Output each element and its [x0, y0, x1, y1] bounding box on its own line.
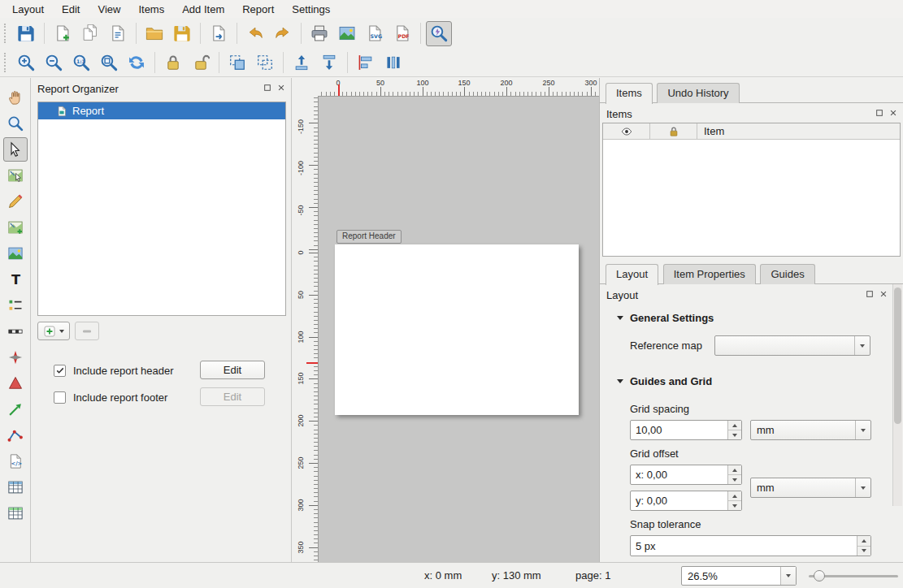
lock-items-button[interactable]	[160, 50, 186, 76]
add-items-from-template-button[interactable]	[141, 21, 167, 46]
zoom-actual-button[interactable]: 1:1	[68, 50, 94, 76]
tab-undo-history[interactable]: Undo History	[657, 83, 739, 103]
add-node-item-button[interactable]	[3, 423, 28, 447]
tab-layout[interactable]: Layout	[606, 264, 658, 285]
tab-items[interactable]: Items	[606, 83, 653, 104]
guides-and-grid-group[interactable]: Guides and Grid	[617, 375, 712, 387]
menu-report[interactable]: Report	[233, 2, 283, 17]
raise-items-button[interactable]	[289, 50, 315, 76]
refresh-view-button[interactable]	[124, 50, 150, 76]
panel-float-button[interactable]	[262, 82, 272, 93]
add-picture-button[interactable]	[3, 241, 28, 266]
zoom-in-button[interactable]	[13, 50, 39, 76]
reference-map-combo[interactable]	[714, 335, 870, 356]
panel-close-button[interactable]	[276, 82, 286, 93]
zoom-slider-thumb[interactable]	[814, 570, 825, 582]
add-attribute-table-button[interactable]	[3, 475, 28, 499]
items-table[interactable]: Item	[602, 123, 901, 257]
general-settings-group[interactable]: General Settings	[617, 312, 714, 324]
align-items-button[interactable]	[353, 50, 379, 76]
combo-arrow-icon[interactable]	[780, 567, 796, 585]
menu-view[interactable]: View	[89, 2, 129, 17]
tab-guides[interactable]: Guides	[760, 264, 814, 284]
save-as-template-button[interactable]	[169, 21, 195, 46]
spin-up-button[interactable]	[728, 491, 741, 500]
zoom-level-combo[interactable]: 26.5%	[681, 566, 797, 586]
spin-down-button[interactable]	[857, 546, 870, 556]
lock-column-header[interactable]	[650, 123, 697, 139]
zoom-level-value[interactable]: 26.5%	[682, 567, 780, 585]
save-project-button[interactable]	[13, 21, 39, 46]
tab-item-properties[interactable]: Item Properties	[663, 264, 756, 284]
export-as-template-button[interactable]	[206, 21, 232, 46]
spin-down-button[interactable]	[728, 474, 741, 484]
distribute-items-button[interactable]	[380, 50, 406, 76]
grid-offset-x-spinbox[interactable]: x: 0,00	[630, 465, 742, 485]
grid-offset-unit-combo[interactable]: mm	[750, 478, 871, 498]
select-move-item-button[interactable]	[3, 137, 28, 162]
scrollbar-thumb[interactable]	[894, 288, 901, 424]
include-report-header-checkbox[interactable]	[54, 365, 66, 377]
undo-button[interactable]	[242, 21, 268, 46]
item-column-header[interactable]: Item	[697, 123, 900, 139]
add-arrow-button[interactable]	[3, 397, 28, 422]
menu-add-item[interactable]: Add Item	[173, 2, 233, 17]
toolbar-drag-handle[interactable]	[4, 53, 7, 72]
menu-edit[interactable]: Edit	[53, 2, 89, 17]
layout-panel-scrollbar[interactable]	[892, 284, 902, 506]
layout-manager-button[interactable]	[105, 21, 131, 46]
menu-layout[interactable]: Layout	[3, 2, 53, 17]
add-scalebar-button[interactable]	[3, 319, 28, 344]
remove-section-button[interactable]	[75, 322, 99, 340]
add-fixed-table-button[interactable]	[3, 501, 28, 525]
zoom-tool-button[interactable]	[3, 111, 28, 136]
zoom-full-button[interactable]	[96, 50, 122, 76]
export-as-pdf-button[interactable]: PDF	[389, 21, 415, 46]
visibility-column-header[interactable]	[603, 123, 650, 139]
panel-close-button[interactable]	[878, 288, 888, 299]
add-label-button[interactable]: T	[3, 267, 28, 292]
spin-up-button[interactable]	[857, 536, 870, 546]
edit-header-button[interactable]: Edit	[200, 361, 265, 379]
add-html-button[interactable]: </>	[3, 449, 28, 473]
spin-up-button[interactable]	[728, 421, 741, 430]
lower-items-button[interactable]	[316, 50, 342, 76]
add-north-arrow-button[interactable]	[3, 345, 28, 370]
horizontal-ruler[interactable]: 0 50 100 150 200 250 300	[318, 78, 600, 96]
grid-offset-y-spinbox[interactable]: y: 0,00	[630, 491, 742, 511]
toolbar-drag-handle[interactable]	[4, 24, 7, 43]
unlock-all-button[interactable]	[188, 50, 214, 76]
edit-nodes-button[interactable]	[3, 189, 28, 214]
group-items-button[interactable]	[224, 50, 250, 76]
print-button[interactable]	[306, 21, 332, 46]
menu-settings[interactable]: Settings	[283, 2, 339, 17]
redo-button[interactable]	[270, 21, 296, 46]
pan-tool-button[interactable]	[3, 85, 28, 110]
zoom-slider[interactable]	[809, 566, 898, 586]
add-section-button[interactable]	[37, 322, 70, 340]
panel-float-button[interactable]	[864, 288, 875, 299]
zoom-out-button[interactable]	[41, 50, 67, 76]
export-as-image-button[interactable]	[334, 21, 360, 46]
menu-items[interactable]: Items	[129, 2, 173, 17]
include-report-footer-checkbox[interactable]	[54, 391, 66, 404]
report-tree-item[interactable]: Report	[38, 102, 285, 119]
snap-tolerance-spinbox[interactable]: 5 px	[630, 535, 871, 556]
export-as-svg-button[interactable]: SVG	[362, 21, 388, 46]
move-item-content-button[interactable]	[3, 163, 28, 188]
add-legend-button[interactable]	[3, 293, 28, 318]
vertical-ruler[interactable]: -150 -100 -50 0 50 100 150 200 250 300 3…	[292, 96, 318, 562]
spin-up-button[interactable]	[728, 465, 741, 474]
duplicate-report-button[interactable]	[77, 21, 103, 46]
layout-canvas[interactable]: Report Header	[318, 96, 600, 562]
preview-button[interactable]	[426, 21, 452, 46]
panel-float-button[interactable]	[874, 107, 884, 118]
new-report-button[interactable]	[50, 21, 76, 46]
add-shape-button[interactable]	[3, 371, 28, 396]
grid-spacing-unit-combo[interactable]: mm	[750, 420, 871, 440]
grid-spacing-spinbox[interactable]: 10,00	[630, 420, 742, 440]
ungroup-items-button[interactable]	[252, 50, 278, 76]
spin-down-button[interactable]	[728, 500, 741, 510]
panel-close-button[interactable]	[888, 107, 898, 118]
report-page[interactable]	[335, 244, 579, 415]
